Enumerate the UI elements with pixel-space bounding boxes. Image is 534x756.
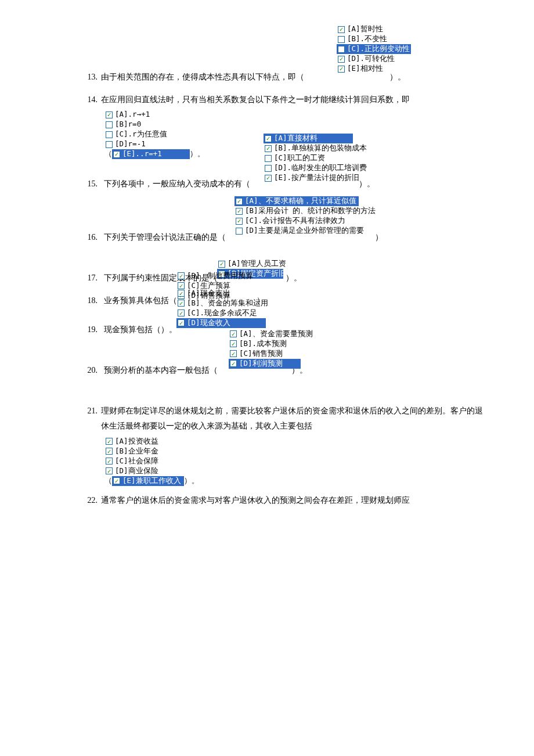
checkbox-icon <box>113 151 120 158</box>
checkbox-icon <box>106 467 113 474</box>
checkbox-icon <box>236 218 243 225</box>
checkbox-icon <box>106 458 113 465</box>
option-b[interactable]: [B].不变性 <box>337 34 411 44</box>
option-d[interactable]: [D]主要是满足企业外部管理的需要 <box>234 226 377 236</box>
question-post: ）。 <box>389 73 406 81</box>
question-pre: 现金预算包括（）。 <box>104 325 177 334</box>
option-a[interactable]: [A]暂时性 <box>337 24 411 34</box>
question-17: 17. [A]管理人员工资 [B]固定资产折旧 下列属于约束性固定成本的是（ ）… <box>81 271 488 286</box>
checkbox-icon <box>106 111 113 118</box>
checkbox-icon <box>106 121 113 128</box>
option-c[interactable]: [C]社会保障 <box>104 456 488 466</box>
option-b[interactable]: [B]r=0 <box>104 120 488 129</box>
checkbox-icon <box>178 309 185 316</box>
checkbox-icon <box>338 36 345 43</box>
checkbox-icon <box>236 198 243 205</box>
option-c[interactable]: [C].正比例变动性 <box>337 44 411 54</box>
options-group: [A]现金支出 [B]、资金的筹集和运用 [C].现金多余或不足 [D]现金收入 <box>176 289 269 328</box>
option-d[interactable]: [D]利润预测 <box>229 359 301 369</box>
checkbox-icon <box>265 155 272 162</box>
options-group: [A]直接材料 [B].单独核算的包装物成本 [C]职工的工资 [D].临时发生… <box>264 134 368 183</box>
checkbox-icon <box>178 272 185 279</box>
checkbox-icon <box>178 300 185 307</box>
question-pre: 由于相关范围的存在，使得成本性态具有以下特点，即（ <box>101 73 304 81</box>
options-group: [A]、不要求精确，只计算近似值 [B]采用会计 的、统计的和数学的方法 [C]… <box>234 196 377 236</box>
options-group: [A]、资金需要量预测 [B].成本预测 [C]销售预测 [D]利润预测 <box>229 329 314 369</box>
checkbox-icon <box>338 46 345 53</box>
question-22: 22. 通常客户的退休后的资金需求与对客户退休收入的预测之间会存在差距，理财规划… <box>81 493 488 509</box>
options-group: [A]暂时性 [B].不变性 [C].正比例变动性 [D].可转化性 [E]相对… <box>337 24 411 74</box>
checkbox-icon <box>265 175 272 182</box>
question-number: 17. <box>81 271 101 286</box>
checkbox-icon <box>106 131 113 138</box>
question-post: ）。 <box>184 476 199 486</box>
question-number: 16. <box>81 230 101 246</box>
option-a[interactable]: [A]、不要求精确，只计算近似值 <box>234 196 359 206</box>
checkbox-icon <box>230 360 237 367</box>
question-pre: 下列各项中，一般应纳入变动成本的有（ <box>104 179 250 188</box>
checkbox-icon <box>236 228 243 235</box>
option-d[interactable]: [D].临时发生的职工培训费 <box>264 163 368 173</box>
option-b[interactable]: [B].成本预测 <box>229 339 314 349</box>
checkbox-icon <box>218 261 225 268</box>
question-post: ）。 <box>286 273 302 282</box>
option-d[interactable]: [D].可转化性 <box>337 54 411 64</box>
checkbox-icon <box>265 145 272 152</box>
checkbox-icon <box>230 330 237 337</box>
option-a[interactable]: [A]现金支出 <box>176 289 269 298</box>
option-e[interactable]: [E].按产量法计提的折旧 <box>264 173 368 183</box>
question-number: 20. <box>81 363 101 379</box>
open-paren: （ <box>104 149 112 159</box>
checkbox-icon <box>178 290 185 297</box>
checkbox-icon <box>338 66 345 73</box>
checkbox-icon <box>265 165 272 172</box>
option-e[interactable]: [E]兼职工作收入 <box>112 476 184 486</box>
option-c[interactable]: [C]销售预测 <box>229 349 314 359</box>
checkbox-icon <box>106 438 113 445</box>
question-text: [A]、不要求精确，只计算近似值 [B]采用会计 的、统计的和数学的方法 [C]… <box>101 230 488 264</box>
checkbox-icon <box>230 350 237 357</box>
question-13: 13. 由于相关范围的存在，使得成本性态具有以下特点，即（ [A]暂时性 [B]… <box>81 70 488 85</box>
question-text: [A]管理人员工资 [B]固定资产折旧 下列属于约束性固定成本的是（ ）。 <box>101 271 488 286</box>
option-e[interactable]: [E]相对性 <box>337 64 411 74</box>
question-number: 22. <box>81 493 101 509</box>
checkbox-icon <box>338 26 345 33</box>
option-a[interactable]: [A]直接材料 <box>264 134 353 143</box>
question-post: ）。 <box>190 149 205 159</box>
option-b[interactable]: [B].单独核算的包装物成本 <box>264 143 368 153</box>
question-pre: 下列关于管理会计说法正确的是（ <box>104 233 226 242</box>
option-b[interactable]: [B]、制造费用预算 <box>176 271 254 281</box>
option-c[interactable]: [C].现金多余或不足 <box>176 308 269 318</box>
option-b[interactable]: [B]采用会计 的、统计的和数学的方法 <box>234 206 377 216</box>
question-number: 18. <box>81 293 101 309</box>
option-e[interactable]: [E]..r=+1 <box>112 149 190 159</box>
option-d[interactable]: [D]现金收入 <box>176 318 266 328</box>
checkbox-icon <box>106 448 113 455</box>
option-a[interactable]: [A]、资金需要量预测 <box>229 329 314 339</box>
checkbox-icon <box>230 340 237 347</box>
checkbox-icon <box>265 135 272 142</box>
question-number: 21. <box>81 404 101 419</box>
question-pre: 业务预算具体包括（ <box>104 296 177 305</box>
open-paren: （ <box>104 476 112 486</box>
question-text: 理财师在制定详尽的退休规划之前，需要比较客户退休后的资金需求和退休后的收入之间的… <box>101 404 488 434</box>
question-text: 通常客户的退休后的资金需求与对客户退休收入的预测之间会存在差距，理财规划师应 <box>101 493 488 509</box>
option-d[interactable]: [D]商业保险 <box>104 466 488 476</box>
option-b[interactable]: [B]、资金的筹集和运用 <box>176 298 269 308</box>
option-a[interactable]: [A].r→+1 <box>104 110 488 120</box>
question-20: 20. [A]、资金需要量预测 [B].成本预测 [C]销售预测 [D]利润预测… <box>81 363 488 397</box>
option-c[interactable]: [C]职工的工资 <box>264 153 368 163</box>
checkbox-icon <box>236 208 243 215</box>
question-18: 18. [B]、制造费用预算 [C]生产预算 [D]销售预算 业务预算具体包括（… <box>81 293 488 315</box>
option-a[interactable]: [A]管理人员工资 <box>217 259 287 269</box>
question-number: 14. <box>81 92 101 108</box>
option-a[interactable]: [A]投资收益 <box>104 437 488 447</box>
question-number: 15. <box>81 177 101 192</box>
question-number: 13. <box>81 70 101 85</box>
option-c[interactable]: [C].会计报告不具有法律效力 <box>234 216 377 226</box>
question-text: [B]、制造费用预算 [C]生产预算 [D]销售预算 业务预算具体包括（ ） <box>101 293 488 315</box>
options-group: [A]投资收益 [B]企业年金 [C]社会保障 [D]商业保险 （ [E]兼职工… <box>104 437 488 486</box>
document-page: 13. 由于相关范围的存在，使得成本性态具有以下特点，即（ [A]暂时性 [B]… <box>0 0 534 550</box>
question-pre: 预测分析的基本内容一般包括（ <box>104 366 218 375</box>
option-b[interactable]: [B]企业年金 <box>104 447 488 456</box>
